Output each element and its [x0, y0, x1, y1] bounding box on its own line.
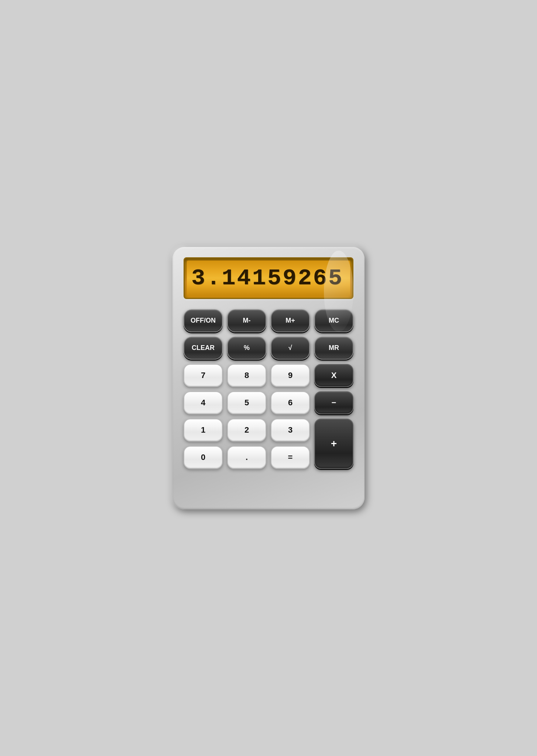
- minus-button[interactable]: −: [314, 391, 353, 414]
- button-panel: OFF/ON M- M+ MC CLEAR % √ MR 7 8 9 X 4 5…: [184, 309, 353, 496]
- display-wrapper: 3.14159265: [184, 257, 353, 299]
- clear-button[interactable]: CLEAR: [184, 337, 223, 360]
- equals-button[interactable]: =: [271, 446, 310, 469]
- calculator: 3.14159265 OFF/ON M- M+ MC CLEAR % √ MR …: [172, 247, 365, 509]
- m-minus-button[interactable]: M-: [227, 309, 266, 332]
- mc-button[interactable]: MC: [314, 309, 353, 332]
- percent-button[interactable]: %: [227, 337, 266, 360]
- m-plus-button[interactable]: M+: [271, 309, 310, 332]
- button-row-3: 7 8 9 X: [184, 364, 353, 387]
- one-button[interactable]: 1: [184, 419, 223, 441]
- three-button[interactable]: 3: [271, 419, 310, 441]
- multiply-button[interactable]: X: [314, 364, 353, 387]
- four-button[interactable]: 4: [184, 391, 223, 414]
- button-row-2: CLEAR % √ MR: [184, 337, 353, 360]
- eight-button[interactable]: 8: [227, 364, 266, 387]
- mr-button[interactable]: MR: [314, 337, 353, 360]
- nine-button[interactable]: 9: [271, 364, 310, 387]
- plus-column: +: [314, 419, 353, 496]
- digit-grid: 1 2 3 0 . =: [184, 419, 310, 496]
- six-button[interactable]: 6: [271, 391, 310, 414]
- five-button[interactable]: 5: [227, 391, 266, 414]
- sqrt-button[interactable]: √: [271, 337, 310, 360]
- button-row-4: 4 5 6 −: [184, 391, 353, 414]
- display-screen: 3.14159265: [187, 261, 350, 296]
- off-on-button[interactable]: OFF/ON: [184, 309, 223, 332]
- two-button[interactable]: 2: [227, 419, 266, 441]
- zero-button[interactable]: 0: [184, 446, 223, 469]
- seven-button[interactable]: 7: [184, 364, 223, 387]
- button-row-1: OFF/ON M- M+ MC: [184, 309, 353, 332]
- plus-button[interactable]: +: [314, 419, 353, 469]
- decimal-button[interactable]: .: [227, 446, 266, 469]
- display-value: 3.14159265: [191, 265, 343, 291]
- button-rows-5-6: 1 2 3 0 . = +: [184, 419, 353, 496]
